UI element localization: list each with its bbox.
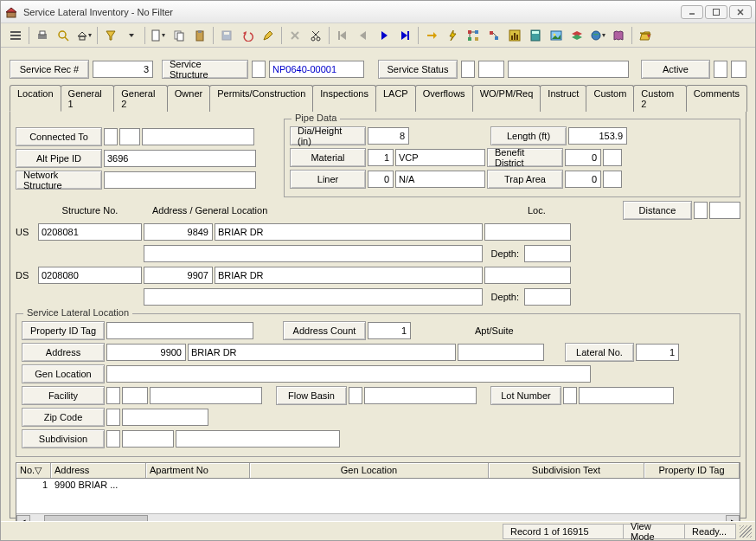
service-structure-lookup[interactable]	[252, 61, 266, 78]
edit-icon[interactable]	[259, 26, 278, 45]
apt-field[interactable]	[458, 344, 544, 361]
bolt-icon[interactable]	[443, 26, 462, 45]
grid-hscroll[interactable]: ◂ ▸	[16, 513, 740, 521]
tab-comments[interactable]: Comments	[686, 85, 747, 112]
ds-addr-no[interactable]: 9907	[144, 267, 213, 284]
lateral-no-label[interactable]: Lateral No.	[565, 343, 634, 362]
material-desc[interactable]: VCP	[395, 149, 485, 166]
trap-desc[interactable]	[603, 171, 622, 188]
dia-label[interactable]: Dia/Height (in)	[290, 126, 366, 145]
us-structure-field[interactable]: 0208081	[38, 223, 142, 241]
benefit-desc[interactable]	[603, 149, 622, 166]
chart-icon[interactable]	[505, 26, 524, 45]
gen-location-label[interactable]: Gen Location	[22, 364, 105, 383]
minimize-button[interactable]	[681, 5, 703, 19]
benefit-label[interactable]: Benefit District	[487, 148, 563, 167]
ds-loc[interactable]	[484, 267, 571, 284]
distance-label[interactable]: Distance	[623, 201, 692, 220]
liner-desc[interactable]: N/A	[395, 171, 485, 188]
layers-icon[interactable]	[567, 26, 586, 45]
next-icon[interactable]	[375, 26, 394, 45]
address-no-field[interactable]: 9900	[106, 344, 186, 361]
copy-icon[interactable]	[170, 26, 189, 45]
tab-overflows[interactable]: Overflows	[415, 85, 473, 112]
tree-icon[interactable]	[464, 26, 483, 45]
material-label[interactable]: Material	[290, 148, 366, 167]
address-count-label[interactable]: Address Count	[283, 321, 366, 340]
save-icon[interactable]	[217, 26, 236, 45]
active-field[interactable]	[731, 61, 746, 78]
distance-field[interactable]	[709, 202, 740, 219]
liner-label[interactable]: Liner	[290, 170, 366, 189]
tab-permits[interactable]: Permits/Construction	[209, 85, 313, 112]
subdivision-lookup[interactable]	[106, 430, 120, 448]
calc-icon[interactable]	[526, 26, 545, 45]
address-count-field[interactable]: 1	[368, 322, 411, 339]
distance-lookup[interactable]	[694, 202, 708, 219]
resize-grip[interactable]	[740, 525, 752, 538]
last-icon[interactable]	[395, 26, 414, 45]
dia-field[interactable]: 8	[368, 127, 409, 145]
connected-to-lookup[interactable]	[104, 128, 118, 145]
service-structure-label[interactable]: Service Structure	[162, 60, 248, 79]
home-dropdown-icon[interactable]	[74, 26, 93, 45]
active-lookup[interactable]	[714, 61, 727, 78]
col-no[interactable]: No.▽	[16, 463, 51, 478]
alt-pipe-id-label[interactable]: Alt Pipe ID	[16, 149, 102, 168]
search-icon[interactable]	[54, 26, 73, 45]
address-label[interactable]: Address	[22, 343, 105, 362]
flow-basin-lookup[interactable]	[349, 387, 362, 404]
address-street-field[interactable]: BRIAR DR	[188, 344, 456, 361]
us-addr-street[interactable]: BRIAR DR	[215, 223, 483, 241]
us-gen-loc[interactable]	[144, 245, 483, 262]
connected-to-code[interactable]	[119, 128, 140, 145]
tab-custom2[interactable]: Custom 2	[633, 85, 686, 112]
service-status-label[interactable]: Service Status	[378, 60, 458, 79]
ds-structure-field[interactable]: 0208080	[38, 267, 142, 284]
maximize-button[interactable]	[705, 5, 727, 19]
zip-field[interactable]	[122, 409, 208, 426]
tab-lacp[interactable]: LACP	[375, 85, 416, 112]
first-icon[interactable]	[333, 26, 352, 45]
paste-icon[interactable]	[190, 26, 209, 45]
tab-owner[interactable]: Owner	[167, 85, 210, 112]
connected-to-desc[interactable]	[142, 128, 254, 145]
subdivision-code[interactable]	[122, 430, 174, 448]
network-structure-label[interactable]: Network Structure	[16, 171, 102, 190]
book-icon[interactable]	[609, 26, 628, 45]
us-addr-no[interactable]: 9849	[144, 223, 213, 241]
lot-number-field[interactable]	[579, 387, 674, 404]
image-icon[interactable]	[547, 26, 566, 45]
cut-icon[interactable]	[306, 26, 325, 45]
filter-icon[interactable]	[101, 26, 120, 45]
tab-location[interactable]: Location	[10, 85, 61, 112]
tab-custom[interactable]: Custom	[586, 85, 634, 112]
facility-label[interactable]: Facility	[22, 386, 105, 405]
facility-lookup[interactable]	[106, 387, 120, 404]
col-pid[interactable]: Property ID Tag	[644, 463, 740, 478]
liner-code[interactable]: 0	[368, 171, 394, 188]
network-structure-field[interactable]	[104, 171, 256, 189]
length-field[interactable]: 153.9	[568, 127, 627, 145]
lateral-no-field[interactable]: 1	[636, 344, 679, 361]
connected-to-label[interactable]: Connected To	[16, 127, 102, 146]
flow-basin-label[interactable]: Flow Basin	[276, 386, 347, 405]
tab-instruct[interactable]: Instruct	[540, 85, 586, 112]
go-icon[interactable]	[422, 26, 441, 45]
trap-label[interactable]: Trap Area	[487, 170, 563, 189]
service-status-lookup[interactable]	[461, 61, 475, 78]
lot-number-lookup[interactable]	[563, 387, 577, 404]
us-depth[interactable]	[524, 245, 571, 262]
print-icon[interactable]	[33, 26, 52, 45]
table-row[interactable]: 1 9900 BRIAR ...	[16, 479, 740, 491]
delete-icon[interactable]	[285, 26, 304, 45]
ds-addr-street[interactable]: BRIAR DR	[215, 267, 483, 284]
service-rec-field[interactable]: 3	[93, 61, 153, 78]
scroll-thumb[interactable]	[44, 515, 148, 522]
scroll-right-icon[interactable]: ▸	[726, 515, 740, 522]
tab-inspections[interactable]: Inspections	[312, 85, 376, 112]
zip-label[interactable]: Zip Code	[22, 408, 105, 427]
service-status-code[interactable]	[478, 61, 504, 78]
subdivision-desc[interactable]	[176, 430, 340, 448]
us-loc[interactable]	[484, 223, 571, 241]
